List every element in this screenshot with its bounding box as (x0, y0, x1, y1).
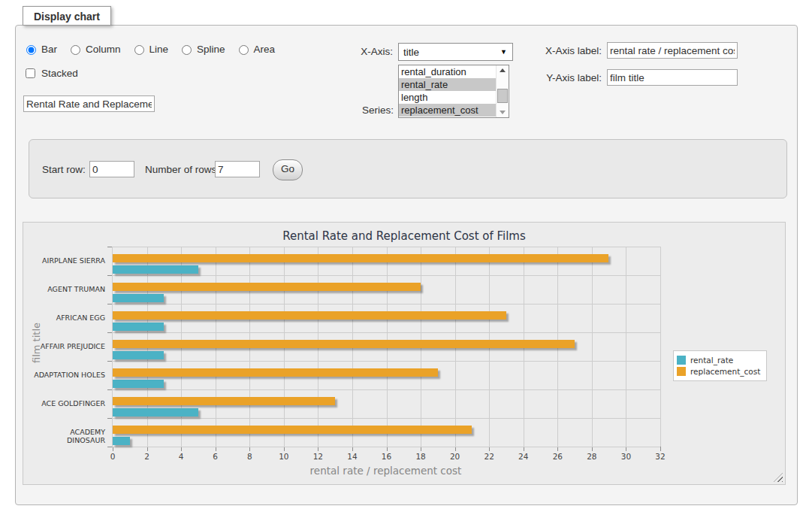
chart-type-option-label: Line (149, 44, 169, 55)
chart-type-option-bar[interactable]: Bar (23, 43, 57, 55)
x-tick-label: 4 (166, 452, 196, 461)
x-tick-label: 28 (577, 452, 607, 461)
gridline (113, 418, 660, 419)
category-label: AGENT TRUMAN (30, 285, 105, 293)
category-label: AFFAIR PREJUDICE (30, 342, 105, 350)
y-tick-mark (107, 332, 112, 333)
x-tick-label: 18 (406, 452, 436, 461)
x-axis-select-label: X-Axis: (338, 46, 393, 57)
gridline (592, 247, 593, 447)
series-option-rental_rate[interactable]: rental_rate (399, 78, 497, 91)
category-label: ACE GOLDFINGER (30, 399, 105, 407)
resize-handle-icon[interactable] (774, 473, 783, 482)
series-listbox[interactable]: rental_durationrental_ratelengthreplacem… (398, 65, 509, 118)
y-tick-mark (107, 247, 112, 247)
bar-replacement_cost (113, 283, 421, 291)
x-tick-label: 22 (474, 452, 504, 461)
x-tick-label: 20 (440, 452, 470, 461)
chart-type-option-label: Area (254, 44, 276, 55)
bar-replacement_cost (113, 397, 335, 405)
x-axis-select[interactable]: title (398, 43, 513, 61)
chart-type-option-column[interactable]: Column (67, 43, 121, 55)
x-tick-label: 2 (132, 452, 162, 461)
legend-label: rental_rate (690, 356, 733, 365)
y-axis-label-label: Y-Axis label: (533, 72, 602, 83)
bar-rental_rate (113, 351, 164, 359)
plot-area: 02468101214161820222426283032AIRPLANE SI… (112, 247, 660, 447)
gridline (113, 247, 660, 247)
x-tick-mark (660, 447, 661, 451)
chart-type-radio-area[interactable] (239, 45, 249, 55)
series-select-label: Series: (338, 105, 394, 116)
scroll-up-icon[interactable] (500, 68, 506, 72)
number-of-rows-label: Number of rows: (145, 164, 219, 175)
x-tick-label: 26 (542, 452, 572, 461)
gridline (113, 447, 660, 447)
y-axis-label-input[interactable] (607, 69, 738, 86)
x-tick-label: 32 (645, 452, 675, 461)
stacked-checkbox[interactable] (26, 68, 35, 78)
chart-type-option-line[interactable]: Line (131, 43, 169, 55)
display-chart-page: Display chart BarColumnLineSplineArea St… (0, 0, 812, 512)
x-tick-label: 0 (98, 452, 128, 461)
chart-type-option-spline[interactable]: Spline (178, 43, 225, 55)
y-tick-mark (107, 447, 112, 447)
go-button[interactable]: Go (273, 159, 303, 180)
gridline (113, 389, 660, 390)
fieldset-legend: Display chart (23, 6, 111, 26)
x-tick-label: 8 (234, 452, 264, 461)
chart-type-option-area[interactable]: Area (235, 43, 276, 55)
chart-type-option-label: Column (86, 44, 121, 55)
gridline (660, 247, 661, 447)
series-option-replacement_cost[interactable]: replacement_cost (399, 104, 497, 117)
x-tick-label: 14 (337, 452, 367, 461)
bar-rental_rate (113, 437, 130, 445)
y-tick-mark (107, 361, 112, 362)
bar-rental_rate (113, 294, 164, 302)
listbox-scrollbar[interactable] (496, 65, 509, 117)
legend-item: replacement_cost (677, 367, 760, 376)
chart-type-radio-line[interactable] (134, 45, 144, 55)
x-tick-label: 16 (372, 452, 402, 461)
bar-replacement_cost (113, 340, 575, 348)
start-row-input[interactable] (89, 161, 134, 177)
bar-replacement_cost (113, 368, 438, 377)
y-tick-mark (107, 275, 112, 276)
chart-type-radio-spline[interactable] (182, 45, 192, 55)
chart-title: Rental Rate and Replacement Cost of Film… (23, 229, 785, 243)
chart-type-option-label: Spline (197, 44, 225, 55)
bar-replacement_cost (113, 254, 608, 262)
x-tick-label: 24 (509, 452, 539, 461)
number-of-rows-input[interactable] (215, 161, 260, 177)
chart-type-radio-bar[interactable] (26, 45, 36, 55)
chart-type-option-label: Bar (41, 44, 57, 55)
y-tick-mark (107, 304, 112, 304)
gridline (626, 247, 626, 447)
x-tick-label: 30 (611, 452, 641, 461)
category-label: ADAPTATION HOLES (30, 371, 105, 379)
x-axis-label-input[interactable] (607, 42, 738, 59)
chart-title-input[interactable] (23, 95, 155, 112)
bar-rental_rate (113, 265, 198, 274)
series-option-rental_duration[interactable]: rental_duration (399, 65, 497, 78)
y-tick-mark (107, 389, 112, 390)
series-option-length[interactable]: length (399, 91, 497, 104)
scrollbar-thumb[interactable] (497, 89, 508, 103)
bar-rental_rate (113, 408, 198, 417)
y-tick-mark (107, 418, 112, 419)
x-axis-label-label: X-Axis label: (533, 45, 602, 56)
chart-container: Rental Rate and Replacement Cost of Film… (23, 222, 786, 485)
legend-label: replacement_cost (690, 367, 760, 376)
x-tick-label: 6 (201, 452, 231, 461)
x-tick-label: 10 (269, 452, 299, 461)
bar-replacement_cost (113, 426, 472, 434)
bar-rental_rate (113, 380, 164, 388)
scroll-down-icon[interactable] (500, 111, 506, 114)
bar-replacement_cost (113, 311, 506, 320)
category-label: ACADEMY DINOSAUR (30, 428, 105, 444)
bar-rental_rate (113, 323, 164, 331)
chart-type-radio-column[interactable] (71, 45, 80, 55)
legend-swatch (677, 356, 686, 365)
gridline (113, 304, 660, 304)
x-axis-title: rental rate / replacement cost (112, 465, 660, 477)
